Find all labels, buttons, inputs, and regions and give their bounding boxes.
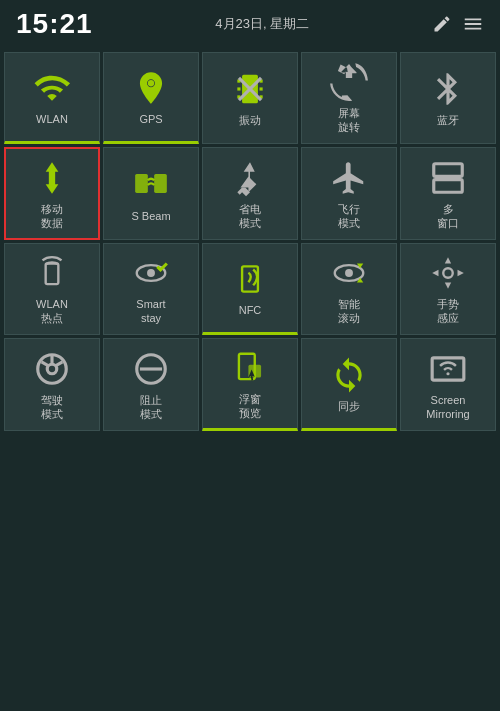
bluetooth-icon bbox=[429, 70, 467, 108]
tile-gesture-label: 手势感应 bbox=[437, 297, 459, 326]
tile-multi-window[interactable]: 多窗口 bbox=[400, 147, 496, 241]
tile-gps[interactable]: GPS bbox=[103, 52, 199, 144]
svg-rect-13 bbox=[49, 170, 55, 186]
tile-screen-rotate-label: 屏幕旋转 bbox=[338, 106, 360, 135]
svg-rect-14 bbox=[135, 174, 148, 193]
tile-smart-scroll[interactable]: 智能滚动 bbox=[301, 243, 397, 335]
svg-line-29 bbox=[55, 362, 62, 366]
status-icons bbox=[432, 13, 484, 35]
tile-screen-rotate[interactable]: 屏幕旋转 bbox=[301, 52, 397, 144]
svg-point-0 bbox=[148, 80, 154, 86]
gps-icon bbox=[132, 69, 170, 107]
svg-rect-16 bbox=[434, 163, 463, 176]
svg-point-35 bbox=[446, 372, 449, 375]
bottom-area bbox=[0, 435, 500, 555]
multi-window-icon bbox=[429, 159, 467, 197]
menu-icon[interactable] bbox=[462, 13, 484, 35]
tile-mobile-data[interactable]: 移动数据 bbox=[4, 147, 100, 241]
wlan-icon bbox=[33, 69, 71, 107]
date-display: 4月23日, 星期二 bbox=[93, 15, 432, 33]
tile-sync[interactable]: 同步 bbox=[301, 338, 397, 432]
tile-blocking-mode[interactable]: 阻止模式 bbox=[103, 338, 199, 432]
tile-power-save[interactable]: 省电模式 bbox=[202, 147, 298, 241]
svg-rect-17 bbox=[434, 179, 463, 192]
tile-screen-mirroring-label: ScreenMirroring bbox=[426, 393, 469, 422]
tile-power-save-label: 省电模式 bbox=[239, 202, 261, 231]
vibration-icon bbox=[231, 70, 269, 108]
svg-rect-15 bbox=[154, 174, 167, 193]
driving-mode-icon bbox=[33, 350, 71, 388]
tile-screen-mirroring[interactable]: ScreenMirroring bbox=[400, 338, 496, 432]
tile-nfc-label: NFC bbox=[239, 303, 262, 317]
tile-bluetooth[interactable]: 蓝牙 bbox=[400, 52, 496, 144]
status-bar: 15:21 4月23日, 星期二 bbox=[0, 0, 500, 48]
smart-scroll-icon bbox=[330, 254, 368, 292]
svg-point-20 bbox=[147, 269, 155, 277]
tile-blocking-mode-label: 阻止模式 bbox=[140, 393, 162, 422]
tile-airplane[interactable]: 飞行模式 bbox=[301, 147, 397, 241]
svg-point-24 bbox=[443, 268, 453, 278]
tile-airplane-label: 飞行模式 bbox=[338, 202, 360, 231]
sync-icon bbox=[330, 356, 368, 394]
tile-wlan[interactable]: WLAN bbox=[4, 52, 100, 144]
tile-bluetooth-label: 蓝牙 bbox=[437, 113, 459, 127]
tile-smart-stay[interactable]: Smartstay bbox=[103, 243, 199, 335]
floating-preview-icon bbox=[231, 349, 269, 387]
tile-s-beam[interactable]: S Beam bbox=[103, 147, 199, 241]
time-display: 15:21 bbox=[16, 8, 93, 40]
mobile-data-icon bbox=[33, 159, 71, 197]
nfc-icon bbox=[231, 260, 269, 298]
airplane-icon bbox=[330, 159, 368, 197]
edit-icon bbox=[432, 14, 452, 34]
tile-nfc[interactable]: NFC bbox=[202, 243, 298, 335]
tile-multi-window-label: 多窗口 bbox=[437, 202, 459, 231]
gesture-icon bbox=[429, 254, 467, 292]
smart-stay-icon bbox=[132, 254, 170, 292]
quick-settings-grid: WLAN GPS 振动 屏幕旋转 bbox=[0, 48, 500, 435]
tile-wlan-label: WLAN bbox=[36, 112, 68, 126]
tile-mobile-data-label: 移动数据 bbox=[41, 202, 63, 231]
tile-driving-mode-label: 驾驶模式 bbox=[41, 393, 63, 422]
tile-wlan-hotspot-label: WLAN热点 bbox=[36, 297, 68, 326]
tile-s-beam-label: S Beam bbox=[131, 209, 170, 223]
tile-smart-stay-label: Smartstay bbox=[136, 297, 165, 326]
tile-vibration-label: 振动 bbox=[239, 113, 261, 127]
tile-floating-preview-label: 浮窗预览 bbox=[239, 392, 261, 421]
svg-point-23 bbox=[345, 269, 353, 277]
tile-driving-mode[interactable]: 驾驶模式 bbox=[4, 338, 100, 432]
screen-mirroring-icon bbox=[429, 350, 467, 388]
screen-rotate-icon bbox=[330, 63, 368, 101]
tile-sync-label: 同步 bbox=[338, 399, 360, 413]
tile-gps-label: GPS bbox=[139, 112, 162, 126]
svg-point-26 bbox=[47, 364, 57, 374]
svg-line-28 bbox=[42, 362, 49, 366]
s-beam-icon bbox=[132, 166, 170, 204]
wlan-hotspot-icon bbox=[33, 254, 71, 292]
tile-floating-preview[interactable]: 浮窗预览 bbox=[202, 338, 298, 432]
tile-wlan-hotspot[interactable]: WLAN热点 bbox=[4, 243, 100, 335]
svg-rect-18 bbox=[46, 264, 59, 285]
blocking-mode-icon bbox=[132, 350, 170, 388]
tile-gesture[interactable]: 手势感应 bbox=[400, 243, 496, 335]
tile-smart-scroll-label: 智能滚动 bbox=[338, 297, 360, 326]
tile-vibration[interactable]: 振动 bbox=[202, 52, 298, 144]
power-save-icon bbox=[231, 159, 269, 197]
